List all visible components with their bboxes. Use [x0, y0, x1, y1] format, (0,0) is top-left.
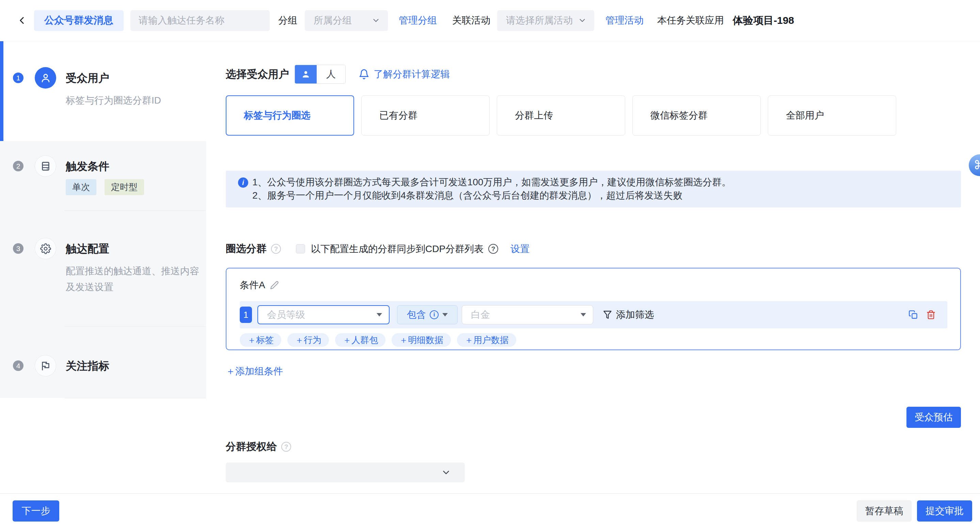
- linked-app-value: 体验项目-198: [733, 14, 794, 27]
- save-draft-button[interactable]: 暂存草稿: [857, 501, 912, 522]
- tab-label: 标签与行为圈选: [244, 109, 310, 122]
- main-content: 选择受众用户 人 了解分群计算逻辑 标签与行为圈选 已有分群 分群上传: [206, 41, 980, 493]
- add-filter-label: 添加筛选: [616, 308, 654, 321]
- info-icon: i: [238, 177, 248, 188]
- caret-down-icon: [442, 313, 448, 316]
- sidebar-divider: [65, 398, 206, 398]
- condition-group-name: 条件A: [240, 279, 265, 292]
- activity-select[interactable]: 请选择所属活动: [497, 10, 594, 31]
- tab-label: 已有分群: [379, 109, 417, 122]
- cdp-sync-checkbox[interactable]: [296, 244, 305, 254]
- add-tag-pill[interactable]: ＋标签: [240, 333, 281, 347]
- tab-tag-behavior-selection[interactable]: 标签与行为圈选: [226, 96, 354, 136]
- submit-approval-button[interactable]: 提交审批: [917, 501, 972, 522]
- calc-logic-link[interactable]: 了解分群计算逻辑: [359, 68, 450, 81]
- question-circle-icon[interactable]: ?: [488, 244, 498, 254]
- condition-group-box: 条件A 1 会员等级 包含 i 白金: [226, 268, 961, 350]
- group-select-value: 所属分组: [313, 14, 352, 27]
- sidebar-divider: [65, 211, 206, 211]
- chevron-down-icon: [578, 16, 587, 25]
- info-circle-icon: i: [430, 310, 439, 319]
- tab-label: 分群上传: [515, 109, 553, 122]
- authorize-select[interactable]: [226, 463, 465, 482]
- sidebar-step-config[interactable]: 3 触达配置 配置推送的触达通道、推送内容及发送设置: [0, 211, 206, 326]
- copy-icon[interactable]: [908, 310, 918, 319]
- back-button[interactable]: [14, 13, 29, 28]
- notice-banner: i 1、公众号使用该分群圈选方式每天最多合计可发送100万用户，如需发送更多用户…: [226, 171, 961, 207]
- edit-pencil-icon[interactable]: [270, 281, 279, 290]
- unit-person-label: 人: [326, 68, 336, 81]
- tab-segment-upload[interactable]: 分群上传: [497, 96, 625, 136]
- tab-wechat-tag-segment[interactable]: 微信标签分群: [632, 96, 761, 136]
- document-icon: [35, 155, 56, 177]
- gear-icon: [35, 238, 56, 259]
- tab-all-users[interactable]: 全部用户: [768, 96, 896, 136]
- add-detail-data-pill[interactable]: ＋明细数据: [391, 333, 451, 347]
- add-filter-button[interactable]: 添加筛选: [603, 308, 654, 321]
- footer-bar: 下一步 暂存草稿 提交审批: [0, 493, 980, 528]
- manage-activity-link[interactable]: 管理活动: [605, 14, 644, 27]
- operator-value: 包含: [407, 308, 426, 321]
- flag-icon: [35, 355, 56, 376]
- step-title: 触达配置: [66, 242, 206, 255]
- tab-label: 微信标签分群: [651, 109, 708, 122]
- step-subtitle: 配置推送的触达通道、推送内容及发送设置: [66, 263, 206, 295]
- chevron-down-icon: [372, 16, 380, 25]
- authorize-section-title: 分群授权给: [226, 440, 277, 454]
- step-number-badge: 3: [13, 243, 24, 254]
- condition-field-value: 会员等级: [267, 308, 305, 321]
- audience-section-title: 选择受众用户: [226, 67, 289, 81]
- step-sidebar: 1 受众用户 标签与行为圈选分群ID 2 触发条件 单次 定时型 3 触达配置 …: [0, 41, 206, 493]
- unit-person-option[interactable]: 人: [317, 65, 345, 83]
- condition-operator-select[interactable]: 包含 i: [397, 305, 458, 324]
- cdp-settings-link[interactable]: 设置: [511, 242, 530, 255]
- bell-icon: [359, 69, 369, 80]
- step-subtitle: 标签与行为圈选分群ID: [66, 93, 161, 108]
- sidebar-step-metrics[interactable]: 4 关注指标: [0, 326, 206, 398]
- audience-source-tabs: 标签与行为圈选 已有分群 分群上传 微信标签分群 全部用户: [226, 96, 961, 136]
- tab-label: 全部用户: [786, 109, 824, 122]
- group-select[interactable]: 所属分组: [305, 10, 388, 31]
- caret-down-icon: [581, 313, 586, 316]
- trash-icon[interactable]: [926, 310, 936, 319]
- step-title: 受众用户: [66, 71, 161, 85]
- step-title: 触发条件: [66, 160, 144, 173]
- chevron-down-icon: [441, 467, 451, 478]
- manage-group-link[interactable]: 管理分组: [399, 14, 437, 27]
- task-name-input[interactable]: [130, 10, 270, 31]
- condition-value-select[interactable]: 白金: [462, 305, 593, 324]
- group-label: 分组: [278, 14, 297, 27]
- add-behavior-pill[interactable]: ＋行为: [287, 333, 329, 347]
- chevron-left-icon: [16, 14, 28, 26]
- sidebar-divider: [65, 326, 206, 327]
- next-step-button[interactable]: 下一步: [13, 501, 59, 522]
- calc-logic-label: 了解分群计算逻辑: [374, 68, 450, 81]
- step-number-badge: 2: [13, 161, 24, 171]
- funnel-icon: [603, 310, 612, 319]
- trigger-timed-tag: 定时型: [105, 179, 144, 195]
- task-type-chip[interactable]: 公众号群发消息: [34, 10, 124, 31]
- condition-field-select[interactable]: 会员等级: [258, 305, 390, 324]
- question-circle-icon[interactable]: ?: [271, 244, 281, 254]
- caret-down-icon: [377, 313, 382, 316]
- sidebar-step-trigger[interactable]: 2 触发条件 单次 定时型: [0, 141, 206, 211]
- question-circle-icon[interactable]: ?: [281, 442, 291, 452]
- condition-index-badge: 1: [240, 306, 252, 323]
- activity-label: 关联活动: [452, 14, 490, 27]
- step-title: 关注指标: [66, 359, 109, 373]
- top-bar: 公众号群发消息 分组 所属分组 管理分组 关联活动 请选择所属活动 管理活动 本…: [0, 0, 980, 41]
- add-user-data-pill[interactable]: ＋用户数据: [457, 333, 516, 347]
- condition-row: 1 会员等级 包含 i 白金 添加筛选: [240, 301, 947, 329]
- person-toggle-button[interactable]: [295, 65, 317, 83]
- step-number-badge: 4: [13, 361, 24, 371]
- sidebar-step-audience[interactable]: 1 受众用户 标签与行为圈选分群ID: [0, 41, 206, 141]
- user-icon: [35, 67, 56, 89]
- notice-line-2: 2、服务号一个用户一个月仅能收到4条群发消息（含公众号后台创建的群发消息），超过…: [252, 189, 731, 202]
- notice-line-1: 1、公众号使用该分群圈选方式每天最多合计可发送100万用户，如需发送更多用户，建…: [252, 175, 731, 189]
- step-number-badge: 1: [13, 73, 24, 83]
- add-group-condition-link[interactable]: ＋添加组条件: [226, 365, 283, 378]
- tab-existing-segment[interactable]: 已有分群: [361, 96, 490, 136]
- audience-estimate-button[interactable]: 受众预估: [907, 407, 961, 428]
- task-type-label: 公众号群发消息: [44, 14, 113, 27]
- add-crowd-pack-pill[interactable]: ＋人群包: [335, 333, 385, 347]
